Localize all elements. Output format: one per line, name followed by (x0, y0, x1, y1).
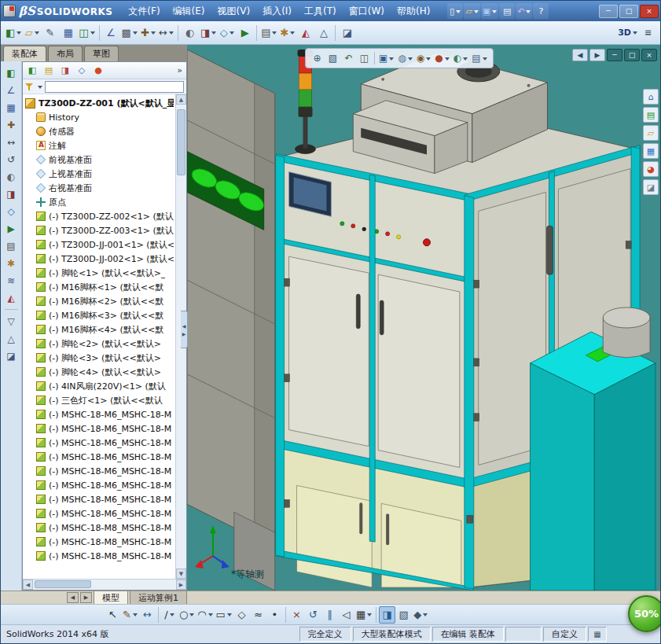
task-pane-tab[interactable]: ▦ (643, 143, 659, 159)
quick-button[interactable]: ▱ (464, 3, 479, 19)
document-window-button[interactable]: × (641, 49, 657, 61)
tree-item[interactable]: 前视基准面 (24, 153, 174, 167)
tree-item[interactable]: (-) M16脚杯<2> (默认<<默 (24, 294, 174, 308)
tree-item[interactable]: (-) MSHC-18-M6_MSHC-18-M (24, 421, 174, 436)
menu-item[interactable]: 视图(V) (211, 2, 257, 20)
graphics-viewport[interactable]: ⊕ ▧ ↶ (187, 45, 660, 591)
tree-item[interactable]: (-) 脚轮<2> (默认<<默认> (24, 337, 174, 351)
tree-item[interactable]: (-) MSHC-18-M6_MSHC-18-M (24, 436, 174, 450)
toolbar-button[interactable]: ▩ (120, 23, 139, 42)
scroll-up-arrow[interactable]: ▲ (176, 94, 186, 105)
view-toolbar-button[interactable]: ◉ (415, 50, 432, 67)
left-toolbar-button[interactable]: ◪ (3, 348, 20, 364)
toolbar-button[interactable]: ↔ (157, 23, 175, 42)
filter-caret[interactable] (38, 86, 42, 91)
tree-item[interactable]: (-) MSHC-18-M6_MSHC-18-M (24, 478, 174, 492)
tree-item[interactable]: (-) MSHC-18-M6_MSHC-18-M (24, 492, 174, 506)
toolbar-button[interactable]: ✎ (41, 23, 59, 42)
view-toolbar-button[interactable]: ◍ (396, 50, 413, 67)
splitter-right-arrow[interactable]: ▶ (182, 331, 186, 337)
tree-item[interactable]: (-) MSHC-18-M8_MSHC-18-M (24, 521, 174, 535)
sketch-tool-button[interactable]: ◠ (196, 606, 214, 624)
status-grid-icon[interactable]: ▦ (588, 627, 607, 642)
toolbar-button[interactable]: ▦ (59, 23, 77, 42)
toolbar-button[interactable]: ◧ (4, 23, 23, 42)
splitter-left-arrow[interactable]: ◀ (182, 323, 186, 329)
tree-horizontal-scrollbar[interactable]: ◀ ▶ (23, 579, 186, 590)
sketch-tool-button[interactable]: ↔ (139, 606, 156, 624)
view-toolbar-button[interactable]: ● (433, 50, 450, 67)
sketch-tool-button[interactable]: ◇ (233, 606, 250, 624)
left-toolbar-button[interactable]: ▽ (3, 313, 20, 329)
tree-item[interactable]: 原点 (24, 195, 174, 209)
left-toolbar-button[interactable]: ◭ (3, 289, 20, 306)
quick-button[interactable]: ↶ (516, 3, 532, 19)
tree-item[interactable]: 传感器 (24, 124, 174, 138)
tree-item[interactable]: 右视基准面 (24, 181, 174, 195)
tree-filter-input[interactable] (45, 81, 184, 93)
document-window-button[interactable]: ◀ (572, 49, 588, 61)
tree-item[interactable]: (-) 4IN风扇(220V)<1> (默认 (24, 379, 174, 393)
left-toolbar-button[interactable]: ≋ (3, 272, 20, 289)
tree-item[interactable]: (-) TZ300D-JJ-001<1> (默认< (24, 237, 174, 252)
left-toolbar-button[interactable]: ▦ (3, 99, 20, 116)
tab-scroll-left[interactable]: ◀ (67, 592, 79, 603)
sketch-tool-button[interactable]: ↺ (305, 606, 321, 624)
menu-item[interactable]: 文件(F) (122, 2, 166, 20)
left-toolbar-button[interactable]: ◨ (3, 186, 20, 202)
sketch-tool-button[interactable]: ▧ (395, 606, 412, 624)
tree-item[interactable]: (-) M16脚杯<1> (默认<<默 (24, 280, 174, 294)
scroll-thumb[interactable] (177, 109, 185, 175)
toolbar-button[interactable]: ◐ (181, 23, 199, 42)
left-toolbar-button[interactable]: ▤ (3, 237, 20, 254)
task-pane-tab[interactable]: ◪ (643, 179, 659, 195)
document-window-button[interactable]: ─ (607, 49, 622, 61)
sketch-tool-button[interactable]: ◆ (412, 606, 429, 624)
command-tab[interactable]: 装配体 (3, 46, 46, 61)
tree-item[interactable]: (-) TZ300D-JJ-002<1> (默认< (24, 252, 174, 266)
toolbar-button[interactable]: △ (314, 23, 332, 42)
tree-item[interactable]: 注解 (24, 138, 174, 153)
sketch-tool-button[interactable]: ▭ (215, 606, 233, 624)
document-window-button[interactable]: ▶ (589, 49, 605, 61)
scroll-right-arrow[interactable]: ▶ (176, 580, 186, 590)
sketch-tool-button[interactable]: ≈ (250, 606, 266, 624)
menu-item[interactable]: 工具(T) (298, 2, 343, 20)
tree-item[interactable]: (-) TZ300D-ZZ-003<1> (默认< (24, 223, 174, 237)
view-toolbar-button[interactable]: ▣ (377, 50, 395, 67)
toolbar-button[interactable]: ▱ (23, 23, 41, 42)
left-toolbar-button[interactable]: △ (3, 330, 20, 347)
tree-item[interactable]: (-) MSHC-18-M8_MSHC-18-M (24, 549, 174, 563)
toolbar-button[interactable]: ◭ (296, 23, 314, 42)
toolbar-button[interactable]: ▤ (259, 23, 278, 42)
quick-button[interactable]: ▯ (447, 3, 463, 19)
sketch-tool-button[interactable]: ▦ (354, 606, 373, 624)
tree-root-item[interactable]: TZ300D-ZZ-001 (默认<默认_显 (24, 96, 174, 110)
tree-item[interactable]: (-) 脚轮<1> (默认<<默认>_ (24, 266, 174, 280)
toolbar-button[interactable]: ✚ (139, 23, 157, 42)
view-toolbar-button[interactable]: ◫ (357, 50, 372, 67)
window-button[interactable]: × (640, 5, 659, 18)
view-toolbar-button[interactable]: ⊕ (310, 50, 325, 67)
left-toolbar-button[interactable]: ◐ (3, 168, 20, 185)
toolbar-button[interactable]: ◫ (77, 23, 96, 42)
tree-item[interactable]: (-) MSHC-18-M6_MSHC-18-M (24, 464, 174, 478)
menu-item[interactable]: 帮助(H) (391, 2, 436, 20)
task-pane-tab[interactable]: ▱ (643, 125, 659, 141)
tree-item[interactable]: (-) MSHC-18-M6_MSHC-18-M (24, 407, 174, 421)
panel-tab-button[interactable]: ● (91, 64, 105, 78)
command-tab[interactable]: 草图 (84, 46, 119, 61)
quick-button[interactable]: ? (533, 3, 549, 19)
tree-item[interactable]: (-) M16脚杯<4> (默认<<默 (24, 322, 174, 337)
left-machine[interactable] (187, 50, 275, 591)
view-toolbar-button[interactable]: ▧ (325, 50, 340, 67)
toolbar-button[interactable]: ∠ (102, 23, 120, 42)
left-toolbar-button[interactable]: ◇ (3, 203, 20, 219)
sketch-tool-button[interactable]: • (266, 606, 283, 624)
menu-item[interactable]: 编辑(E) (167, 2, 211, 20)
task-pane-tab[interactable]: ⌂ (643, 89, 659, 105)
menu-item[interactable]: 窗口(W) (343, 2, 391, 20)
left-toolbar-button[interactable]: ✱ (3, 255, 20, 271)
scroll-track[interactable] (33, 580, 176, 590)
tree-item[interactable]: (-) MSHC-18-M6_MSHC-18-M (24, 506, 174, 521)
